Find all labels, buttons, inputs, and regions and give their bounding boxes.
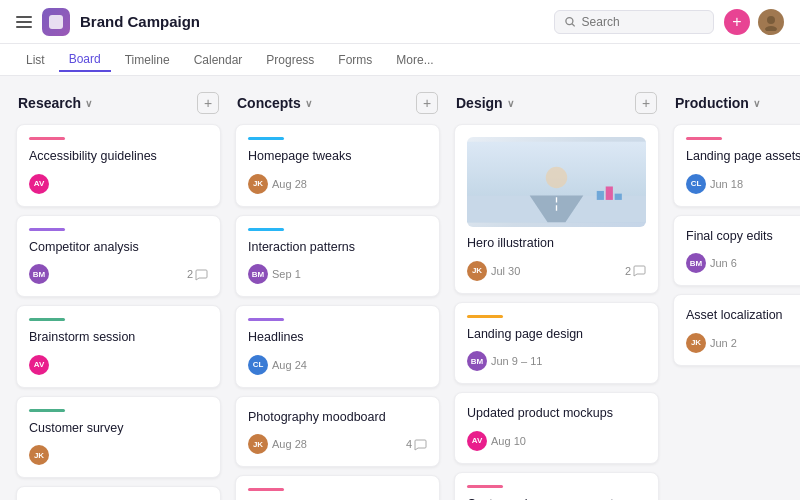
- card-item[interactable]: Hero illustration JK Jul 30 2: [454, 124, 659, 294]
- card-meta: BM Jun 6: [686, 253, 737, 273]
- hamburger-menu[interactable]: [16, 16, 32, 28]
- card-footer: CL Aug 24: [248, 355, 427, 375]
- card-item[interactable]: Headlines CL Aug 24: [235, 305, 440, 388]
- comment-badge: 2: [625, 264, 646, 277]
- card-meta: BM Sep 1: [248, 264, 301, 284]
- tab-calendar[interactable]: Calendar: [184, 49, 253, 71]
- card-accent: [686, 137, 722, 140]
- card-footer: JK Aug 28 4: [248, 434, 427, 454]
- search-bar[interactable]: [554, 10, 714, 34]
- card-footer: BM Jun 6: [686, 253, 800, 273]
- board: Research ∨ + Accessibility guidelines AV…: [0, 76, 800, 500]
- card-footer: AV Aug 10: [467, 431, 646, 451]
- card-item[interactable]: Careers page update CL Sep 3 4: [235, 475, 440, 500]
- chevron-down-icon: ∨: [305, 98, 312, 109]
- card-item[interactable]: Homepage tweaks JK Aug 28: [235, 124, 440, 207]
- tab-progress[interactable]: Progress: [256, 49, 324, 71]
- chevron-down-icon: ∨: [507, 98, 514, 109]
- comment-count: 2: [625, 265, 631, 277]
- card-avatar: AV: [29, 355, 49, 375]
- card-meta: JK Jun 2: [686, 333, 737, 353]
- card-item[interactable]: Asset localization JK Jun 2: [673, 294, 800, 366]
- card-avatar: JK: [686, 333, 706, 353]
- card-date: Jun 6: [710, 257, 737, 269]
- card-item[interactable]: Photography moodboard JK Aug 28 4: [235, 396, 440, 468]
- card-date: Jun 9 – 11: [491, 355, 542, 367]
- card-footer: AV: [29, 174, 208, 194]
- card-date: Sep 1: [272, 268, 301, 280]
- card-title: Brainstorm session: [29, 329, 208, 347]
- card-accent: [467, 485, 503, 488]
- card-avatar: CL: [248, 355, 268, 375]
- card-footer: BM Sep 1: [248, 264, 427, 284]
- tab-timeline[interactable]: Timeline: [115, 49, 180, 71]
- card-meta: JK Aug 28: [248, 434, 307, 454]
- add-button[interactable]: +: [724, 9, 750, 35]
- card-image: [467, 137, 646, 227]
- header: Brand Campaign +: [0, 0, 800, 44]
- tab-forms[interactable]: Forms: [328, 49, 382, 71]
- app-icon: [42, 8, 70, 36]
- card-title: Competitor analysis: [29, 239, 208, 257]
- comment-badge: 4: [406, 438, 427, 451]
- card-avatar: BM: [29, 264, 49, 284]
- card-item[interactable]: Customer logo component CL Aug 12: [454, 472, 659, 501]
- card-item[interactable]: Customer survey JK: [16, 396, 221, 479]
- card-date: Aug 10: [491, 435, 526, 447]
- card-item[interactable]: Competitor analysis BM 2: [16, 215, 221, 298]
- col-add-concepts[interactable]: +: [416, 92, 438, 114]
- comment-count: 2: [187, 268, 193, 280]
- card-item[interactable]: Inspiration gathering AV: [16, 486, 221, 500]
- card-accent: [248, 137, 284, 140]
- card-item[interactable]: Landing page assets CL Jun 18: [673, 124, 800, 207]
- card-avatar: BM: [467, 351, 487, 371]
- search-icon: [565, 16, 576, 28]
- comment-icon: [195, 268, 208, 281]
- card-title: Accessibility guidelines: [29, 148, 208, 166]
- col-title-research: Research ∨: [18, 95, 92, 111]
- card-meta: BM: [29, 264, 49, 284]
- card-title: Homepage tweaks: [248, 148, 427, 166]
- card-meta: BM Jun 9 – 11: [467, 351, 542, 371]
- card-date: Aug 28: [272, 178, 307, 190]
- card-accent: [248, 488, 284, 491]
- card-item[interactable]: Landing page design BM Jun 9 – 11: [454, 302, 659, 385]
- card-accent: [248, 228, 284, 231]
- card-meta: AV: [29, 174, 49, 194]
- user-avatar[interactable]: [758, 9, 784, 35]
- card-date: Jun 18: [710, 178, 743, 190]
- comment-count: 4: [406, 438, 412, 450]
- svg-point-0: [566, 17, 573, 24]
- card-meta: CL Aug 24: [248, 355, 307, 375]
- card-item[interactable]: Interaction patterns BM Sep 1: [235, 215, 440, 298]
- col-add-research[interactable]: +: [197, 92, 219, 114]
- card-title: Headlines: [248, 329, 427, 347]
- card-meta: AV: [29, 355, 49, 375]
- card-avatar: JK: [248, 174, 268, 194]
- card-footer: BM 2: [29, 264, 208, 284]
- search-input[interactable]: [582, 15, 703, 29]
- tab-more[interactable]: More...: [386, 49, 443, 71]
- card-item[interactable]: Updated product mockups AV Aug 10: [454, 392, 659, 464]
- project-title: Brand Campaign: [80, 13, 200, 30]
- svg-rect-12: [615, 194, 622, 200]
- card-title: Hero illustration: [467, 235, 646, 253]
- card-title: Interaction patterns: [248, 239, 427, 257]
- card-footer: JK Aug 28: [248, 174, 427, 194]
- tab-list[interactable]: List: [16, 49, 55, 71]
- card-footer: JK Jul 30 2: [467, 261, 646, 281]
- card-avatar: CL: [686, 174, 706, 194]
- card-title: Customer survey: [29, 420, 208, 438]
- card-accent: [467, 315, 503, 318]
- chevron-down-icon: ∨: [85, 98, 92, 109]
- card-meta: AV Aug 10: [467, 431, 526, 451]
- tab-board[interactable]: Board: [59, 48, 111, 72]
- comment-icon: [633, 264, 646, 277]
- card-item[interactable]: Brainstorm session AV: [16, 305, 221, 388]
- card-avatar: JK: [248, 434, 268, 454]
- card-item[interactable]: Final copy edits BM Jun 6: [673, 215, 800, 287]
- col-add-design[interactable]: +: [635, 92, 657, 114]
- card-item[interactable]: Accessibility guidelines AV: [16, 124, 221, 207]
- card-footer: JK Jun 2: [686, 333, 800, 353]
- card-accent: [29, 318, 65, 321]
